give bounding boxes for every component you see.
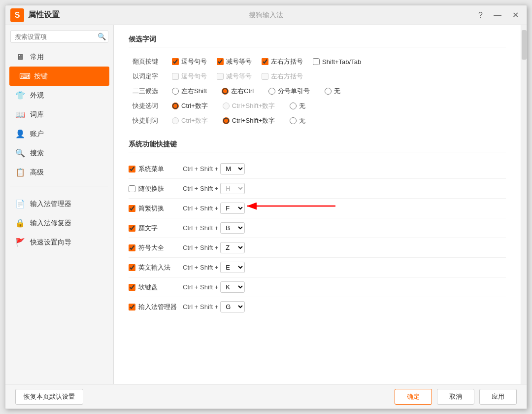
scrollbar-track[interactable]	[521, 25, 527, 384]
select23-option-1[interactable]: 左右Ctrl	[222, 87, 254, 96]
cb-label-2: 左右方括号	[271, 57, 303, 66]
cb-page-key-2[interactable]	[262, 58, 268, 65]
cb-soft-keyboard[interactable]	[129, 284, 135, 291]
rb-select23-1[interactable]	[222, 88, 229, 95]
scrollbar-thumb[interactable]	[522, 30, 527, 60]
sidebar-item-appearance[interactable]: 👕 外观	[5, 86, 113, 105]
word-def-option-0[interactable]: 逗号句号	[172, 72, 207, 81]
search-box[interactable]: 🔍	[10, 30, 108, 43]
rb-label-s23-3: 无	[334, 87, 340, 96]
cancel-button[interactable]: 取消	[437, 389, 474, 405]
app-title: 属性设置	[28, 10, 60, 20]
shortcut-prefix-4: Ctrl + Shift +	[183, 244, 218, 251]
rb-quickselect-0[interactable]	[172, 103, 179, 109]
quick-delete-option-0[interactable]: Ctrl+数字	[172, 116, 208, 125]
shortcut-select-4[interactable]: Z	[220, 242, 245, 253]
page-key-option-2[interactable]: 左右方括号	[262, 57, 303, 66]
rb-select23-2[interactable]	[268, 88, 275, 95]
rb-select23-0[interactable]	[172, 88, 179, 95]
cb-symbols[interactable]	[129, 244, 135, 251]
page-key-table: 翻页按键 逗号句号 减号等号	[129, 54, 506, 128]
shortcut-row-emoji: 颜文字 Ctrl + Shift + B	[129, 218, 506, 238]
sidebar-item-quick-setup[interactable]: 🚩 快速设置向导	[5, 233, 113, 252]
select23-option-2[interactable]: 分号单引号	[268, 87, 310, 96]
shortcut-select-3[interactable]: B	[220, 222, 245, 234]
page-key-option-1[interactable]: 减号等号	[217, 57, 252, 66]
quick-select-option-2[interactable]: 无	[290, 102, 305, 110]
rb-quickselect-2[interactable]	[290, 103, 297, 109]
cb-page-key-0[interactable]	[172, 58, 179, 65]
search-input[interactable]	[15, 33, 98, 40]
select23-row: 二三候选 左右Shift 左右Ctrl	[129, 84, 506, 99]
shortcut-name-emoji: 颜文字	[138, 224, 158, 233]
cb-word-def-1[interactable]	[217, 73, 224, 80]
rb-quickdelete-0[interactable]	[172, 117, 179, 124]
cb-sys-menu[interactable]	[129, 166, 135, 172]
quick-delete-option-1[interactable]: Ctrl+Shift+数字	[223, 116, 275, 125]
help-button[interactable]: ?	[475, 10, 486, 21]
sidebar-item-general[interactable]: 🖥 常用	[5, 48, 113, 67]
sidebar-item-search[interactable]: 🔍 搜索	[5, 143, 113, 163]
sidebar-item-dictionary[interactable]: 📖 词库	[5, 105, 113, 124]
shortcut-cb-emoji: 颜文字	[129, 224, 178, 233]
sidebar-item-ime-repair[interactable]: 🔒 输入法修复器	[5, 213, 113, 233]
cb-word-def-2[interactable]	[262, 73, 268, 80]
select23-option-3[interactable]: 无	[325, 87, 340, 96]
cb-english[interactable]	[129, 264, 135, 271]
shortcut-select-7[interactable]: G	[220, 301, 245, 312]
title-bar-left: S 属性设置	[10, 8, 60, 22]
cb-ime-manager2[interactable]	[129, 304, 135, 310]
page-key-option-3[interactable]: Shift+Tab/Tab	[313, 58, 361, 66]
shortcut-select-6[interactable]: K	[220, 281, 245, 293]
quick-select-option-1[interactable]: Ctrl+Shift+数字	[223, 102, 275, 110]
rb-label-qd-1: Ctrl+Shift+数字	[232, 116, 275, 125]
cb-page-key-1[interactable]	[217, 58, 224, 65]
sidebar-item-advanced[interactable]: 📋 高级	[5, 163, 113, 182]
shortcut-cb-symbols: 符号大全	[129, 243, 178, 252]
quick-delete-label: 快捷删词	[129, 113, 168, 128]
quick-delete-row: 快捷删词 Ctrl+数字 Ctrl+Shift+数字	[129, 113, 506, 128]
rb-quickselect-1[interactable]	[223, 103, 230, 109]
rb-select23-3[interactable]	[325, 88, 332, 95]
word-def-option-1[interactable]: 减号等号	[217, 72, 252, 81]
page-key-option-0[interactable]: 逗号句号	[172, 57, 207, 66]
shortcut-select-0[interactable]: M	[220, 163, 245, 174]
quick-delete-options: Ctrl+数字 Ctrl+Shift+数字 无	[168, 113, 506, 128]
shortcut-prefix-7: Ctrl + Shift +	[183, 303, 218, 310]
cb-word-def-0[interactable]	[172, 73, 179, 80]
cb-trad-simp[interactable]	[129, 205, 135, 212]
select23-label: 二三候选	[129, 84, 168, 99]
word-def-option-2[interactable]: 左右方括号	[262, 72, 303, 81]
reset-button[interactable]: 恢复本页默认设置	[15, 389, 83, 405]
shortcut-name-soft-keyboard: 软键盘	[138, 283, 158, 292]
rb-quickdelete-1[interactable]	[223, 117, 230, 124]
sidebar-label-ime-manager: 输入法管理器	[30, 200, 71, 208]
right-content: 候选字词 翻页按键 逗号句号	[114, 25, 521, 384]
cb-skin[interactable]	[129, 185, 135, 192]
title-bar: S 属性设置 搜狗输入法 ? — ✕	[5, 5, 527, 25]
shortcut-keys-soft-keyboard: Ctrl + Shift + K	[183, 281, 245, 293]
sidebar-item-account[interactable]: 👤 账户	[5, 124, 113, 143]
app-logo: S	[10, 8, 24, 22]
close-button[interactable]: ✕	[509, 9, 522, 21]
apply-button[interactable]: 应用	[479, 389, 517, 405]
shortcut-select-2[interactable]: F	[220, 203, 245, 214]
quick-delete-option-2[interactable]: 无	[290, 116, 305, 125]
sidebar-label-ime-repair: 输入法修复器	[30, 219, 71, 228]
minimize-button[interactable]: —	[491, 10, 504, 21]
sidebar-item-ime-manager[interactable]: 📄 输入法管理器	[5, 194, 113, 213]
rb-quickdelete-2[interactable]	[290, 117, 297, 124]
cb-emoji[interactable]	[129, 225, 135, 232]
shortcut-select-5[interactable]: E	[220, 262, 245, 273]
quick-select-option-0[interactable]: Ctrl+数字	[172, 102, 208, 110]
cb-page-key-3[interactable]	[313, 58, 320, 65]
quick-setup-icon: 🚩	[15, 238, 25, 247]
rb-label-s23-2: 分号单引号	[278, 87, 310, 96]
quick-select-row: 快捷选词 Ctrl+数字 Ctrl+Shift+数字	[129, 99, 506, 113]
rb-label-qs-1: Ctrl+Shift+数字	[232, 102, 275, 110]
select23-option-0[interactable]: 左右Shift	[172, 87, 207, 96]
page-key-label: 翻页按键	[129, 54, 168, 69]
confirm-button[interactable]: 确定	[395, 389, 432, 405]
shortcut-select-1[interactable]: H	[220, 183, 245, 194]
sidebar-item-keys[interactable]: ⌨ 按键	[9, 67, 109, 86]
